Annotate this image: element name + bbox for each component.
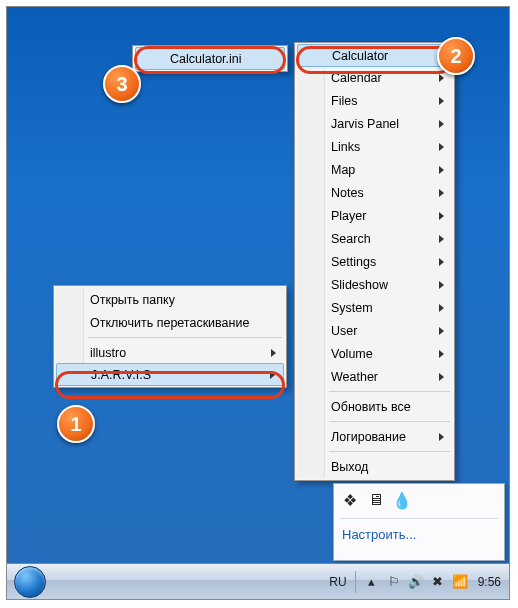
menu-item-calculator-ini[interactable]: Calculator.ini xyxy=(135,47,285,70)
menu-item-map[interactable]: Map xyxy=(297,158,452,181)
submenu-arrow-icon xyxy=(439,327,444,335)
menu-item-system[interactable]: System xyxy=(297,296,452,319)
tray-separator xyxy=(355,571,356,593)
badge-number: 2 xyxy=(450,45,461,68)
toolbar-icon-row: ❖ 🖥 💧 xyxy=(340,490,498,514)
toolbar-customize-label: Настроить... xyxy=(342,527,416,542)
menu-item-exit[interactable]: Выход xyxy=(297,455,452,478)
menu-item-label: Обновить все xyxy=(331,400,411,414)
submenu-arrow-icon xyxy=(439,304,444,312)
submenu-arrow-icon xyxy=(439,166,444,174)
menu-item-label: User xyxy=(331,324,357,338)
tray-overflow-icon[interactable]: ▴ xyxy=(364,574,380,590)
toolbar-customize-link[interactable]: Настроить... xyxy=(340,523,498,546)
menu-item-settings[interactable]: Settings xyxy=(297,250,452,273)
context-menu-skins: Calculator Calendar Files Jarvis Panel L… xyxy=(294,42,455,481)
submenu-arrow-icon xyxy=(439,373,444,381)
menu-item-links[interactable]: Links xyxy=(297,135,452,158)
context-menu-main: Открыть папку Отключить перетаскивание i… xyxy=(53,285,287,388)
toolbar-separator xyxy=(340,518,498,519)
menu-item-label: Выход xyxy=(331,460,368,474)
menu-item-label: illustro xyxy=(90,346,126,360)
submenu-arrow-icon xyxy=(439,281,444,289)
menu-item-label: Calendar xyxy=(331,71,382,85)
submenu-arrow-icon xyxy=(439,433,444,441)
menu-item-label: Files xyxy=(331,94,357,108)
menu-item-label: Логирование xyxy=(331,430,406,444)
clock[interactable]: 9:56 xyxy=(478,575,501,589)
submenu-arrow-icon xyxy=(439,212,444,220)
menu-item-jarvis-panel[interactable]: Jarvis Panel xyxy=(297,112,452,135)
menu-item-label: Calculator.ini xyxy=(170,52,242,66)
annotation-badge-3: 3 xyxy=(103,65,141,103)
menu-item-label: Search xyxy=(331,232,371,246)
menu-separator xyxy=(329,391,450,392)
menu-item-jarvis[interactable]: J.A.R.V.I.S xyxy=(56,363,284,386)
menu-item-label: Links xyxy=(331,140,360,154)
menu-item-disable-drag[interactable]: Отключить перетаскивание xyxy=(56,311,284,334)
taskbar-middle xyxy=(53,564,321,599)
menu-item-search[interactable]: Search xyxy=(297,227,452,250)
annotation-badge-1: 1 xyxy=(57,405,95,443)
menu-item-calculator[interactable]: Calculator xyxy=(297,44,452,67)
menu-item-label: Отключить перетаскивание xyxy=(90,316,249,330)
menu-item-label: Volume xyxy=(331,347,373,361)
context-menu-ini: Calculator.ini xyxy=(132,45,288,72)
language-indicator[interactable]: RU xyxy=(329,575,346,589)
submenu-arrow-icon xyxy=(439,350,444,358)
menu-item-label: Map xyxy=(331,163,355,177)
flag-icon[interactable]: ⚐ xyxy=(386,574,402,590)
menu-item-label: Notes xyxy=(331,186,364,200)
menu-item-label: Settings xyxy=(331,255,376,269)
submenu-arrow-icon xyxy=(271,349,276,357)
system-tray: RU ▴ ⚐ 🔊 ✖ 📶 9:56 xyxy=(321,564,509,599)
menu-item-illustro[interactable]: illustro xyxy=(56,341,284,364)
droplet-icon[interactable]: 💧 xyxy=(394,492,410,508)
submenu-arrow-icon xyxy=(439,258,444,266)
volume-icon[interactable]: 🔊 xyxy=(408,574,424,590)
submenu-arrow-icon xyxy=(270,371,275,379)
menu-item-weather[interactable]: Weather xyxy=(297,365,452,388)
menu-item-label: Slideshow xyxy=(331,278,388,292)
badge-number: 1 xyxy=(70,413,81,436)
menu-item-user[interactable]: User xyxy=(297,319,452,342)
annotation-badge-2: 2 xyxy=(437,37,475,75)
submenu-arrow-icon xyxy=(439,235,444,243)
windows-logo-icon xyxy=(14,566,46,598)
menu-item-label: Weather xyxy=(331,370,378,384)
submenu-arrow-icon xyxy=(439,189,444,197)
submenu-arrow-icon xyxy=(439,143,444,151)
menu-separator xyxy=(329,451,450,452)
menu-separator xyxy=(329,421,450,422)
badge-number: 3 xyxy=(116,73,127,96)
menu-item-label: Player xyxy=(331,209,366,223)
cube-icon[interactable]: ❖ xyxy=(342,492,358,508)
menu-item-player[interactable]: Player xyxy=(297,204,452,227)
menu-item-open-folder[interactable]: Открыть папку xyxy=(56,288,284,311)
menu-item-label: System xyxy=(331,301,373,315)
submenu-arrow-icon xyxy=(439,97,444,105)
menu-item-slideshow[interactable]: Slideshow xyxy=(297,273,452,296)
menu-item-label: J.A.R.V.I.S xyxy=(91,368,151,382)
menu-item-volume[interactable]: Volume xyxy=(297,342,452,365)
menu-item-calendar[interactable]: Calendar xyxy=(297,66,452,89)
submenu-arrow-icon xyxy=(439,74,444,82)
menu-item-files[interactable]: Files xyxy=(297,89,452,112)
toolbar-popup: ❖ 🖥 💧 Настроить... xyxy=(333,483,505,561)
taskbar: RU ▴ ⚐ 🔊 ✖ 📶 9:56 xyxy=(7,563,509,599)
network-icon[interactable]: 📶 xyxy=(452,574,468,590)
desktop: Открыть папку Отключить перетаскивание i… xyxy=(6,6,510,600)
menu-item-logging[interactable]: Логирование xyxy=(297,425,452,448)
menu-separator xyxy=(88,337,282,338)
menu-item-label: Открыть папку xyxy=(90,293,175,307)
menu-item-label: Calculator xyxy=(332,49,388,63)
menu-item-refresh-all[interactable]: Обновить все xyxy=(297,395,452,418)
monitors-icon[interactable]: 🖥 xyxy=(368,492,384,508)
menu-item-label: Jarvis Panel xyxy=(331,117,399,131)
shield-alert-icon[interactable]: ✖ xyxy=(430,574,446,590)
submenu-arrow-icon xyxy=(439,120,444,128)
menu-item-notes[interactable]: Notes xyxy=(297,181,452,204)
start-button[interactable] xyxy=(7,564,53,599)
